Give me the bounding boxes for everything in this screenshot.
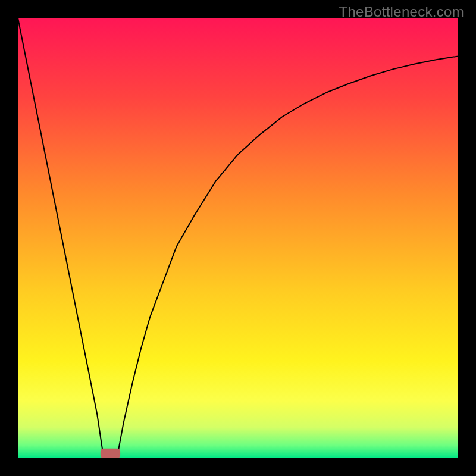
plot-area — [18, 18, 458, 458]
chart-svg — [18, 18, 458, 458]
gradient-background — [18, 18, 458, 458]
chart-frame: TheBottleneck.com — [0, 0, 476, 476]
watermark-text: TheBottleneck.com — [339, 4, 464, 20]
optimum-marker — [101, 449, 120, 458]
